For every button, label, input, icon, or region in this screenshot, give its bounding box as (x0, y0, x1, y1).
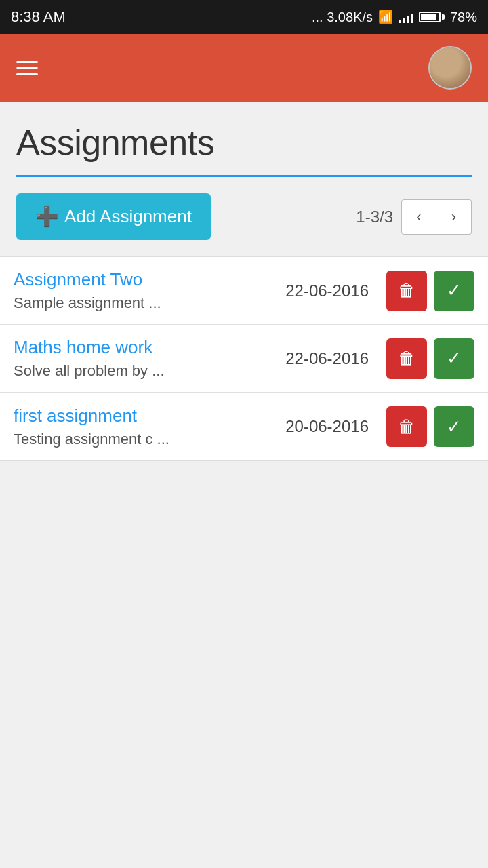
assignment-desc-0: Sample assignment ... (14, 294, 285, 312)
assignment-desc-1: Solve all problem by ... (14, 362, 285, 380)
battery-icon (419, 12, 445, 22)
assignment-info-1: Maths home work Solve all problem by ... (14, 337, 285, 380)
status-right: ... 3.08K/s 📶 78% (312, 9, 477, 25)
trash-icon-1: 🗑 (398, 348, 415, 369)
check-icon-2: ✓ (447, 416, 462, 437)
status-bar: 8:38 AM ... 3.08K/s 📶 78% (0, 0, 488, 34)
wifi-icon: 📶 (378, 9, 393, 24)
plus-icon: ➕ (35, 205, 59, 228)
signal-bar-4 (411, 14, 413, 23)
assignment-info-0: Assignment Two Sample assignment ... (14, 269, 285, 312)
assignment-title-2[interactable]: first assignment (14, 406, 285, 427)
delete-button-2[interactable]: 🗑 (386, 406, 427, 447)
delete-button-1[interactable]: 🗑 (386, 338, 427, 379)
pagination-next-button[interactable]: › (436, 199, 472, 235)
trash-icon-0: 🗑 (398, 280, 415, 301)
assignment-info-2: first assignment Testing assignment c ..… (14, 406, 285, 448)
chevron-left-icon: ‹ (416, 208, 421, 226)
assignment-list: Assignment Two Sample assignment ... 22-… (0, 256, 488, 461)
assignment-row: first assignment Testing assignment c ..… (0, 393, 488, 460)
signal-bar-3 (407, 16, 409, 23)
check-button-2[interactable]: ✓ (434, 406, 474, 447)
pagination: 1-3/3 ‹ › (356, 199, 472, 235)
page-title: Assignments (16, 122, 472, 163)
status-battery: 78% (450, 9, 477, 25)
assignment-row: Maths home work Solve all problem by ...… (0, 325, 488, 393)
status-time: 8:38 AM (11, 8, 66, 26)
assignment-title-0[interactable]: Assignment Two (14, 269, 285, 290)
add-assignment-button[interactable]: ➕ Add Assignment (16, 193, 211, 240)
signal-bar-2 (403, 18, 405, 23)
controls-row: ➕ Add Assignment 1-3/3 ‹ › (0, 177, 488, 256)
check-icon-1: ✓ (447, 348, 462, 369)
signal-bar-1 (399, 20, 401, 23)
assignment-date-1: 22-06-2016 (285, 349, 369, 368)
avatar-image (430, 47, 470, 88)
delete-button-0[interactable]: 🗑 (386, 271, 427, 311)
assignment-desc-2: Testing assignment c ... (14, 431, 285, 448)
signal-bars (399, 11, 413, 23)
toolbar (0, 34, 488, 102)
assignment-date-0: 22-06-2016 (285, 281, 369, 300)
pagination-info: 1-3/3 (356, 208, 393, 226)
hamburger-line-3 (16, 73, 38, 75)
check-button-0[interactable]: ✓ (434, 271, 474, 311)
avatar[interactable] (428, 46, 472, 90)
check-icon-0: ✓ (447, 280, 462, 301)
trash-icon-2: 🗑 (398, 416, 415, 437)
hamburger-icon[interactable] (16, 61, 38, 75)
hamburger-line-2 (16, 67, 38, 69)
assignment-row: Assignment Two Sample assignment ... 22-… (0, 257, 488, 325)
status-network: ... 3.08K/s (312, 9, 373, 25)
assignment-date-2: 20-06-2016 (285, 417, 369, 436)
page-header: Assignments (0, 102, 488, 177)
main-content: Assignments ➕ Add Assignment 1-3/3 ‹ › A… (0, 102, 488, 868)
add-assignment-label: Add Assignment (64, 206, 192, 227)
hamburger-line-1 (16, 61, 38, 63)
pagination-prev-button[interactable]: ‹ (401, 199, 436, 235)
chevron-right-icon: › (451, 208, 456, 226)
check-button-1[interactable]: ✓ (434, 338, 474, 379)
assignment-title-1[interactable]: Maths home work (14, 337, 285, 358)
